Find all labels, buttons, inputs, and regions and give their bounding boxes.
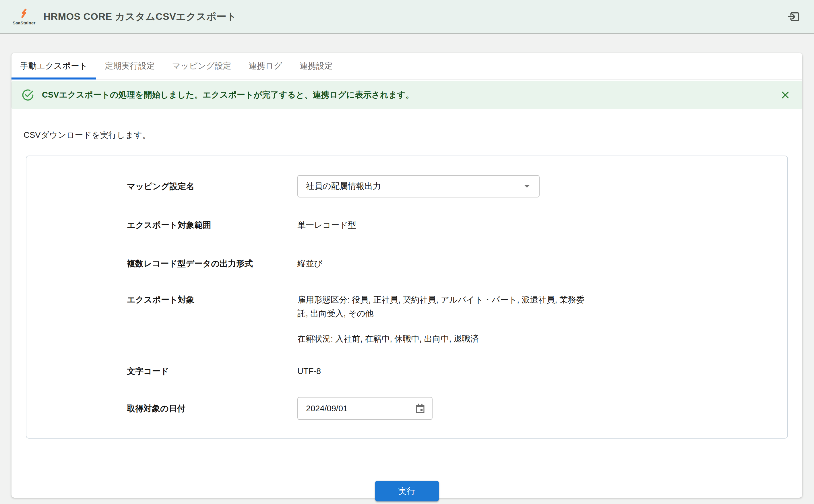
page-title: HRMOS CORE カスタムCSVエクスポート [44,10,237,23]
tab-manual-export[interactable]: 手動エクスポート [11,53,96,79]
logout-icon [787,9,801,24]
form-row-mapping-name: マッピング設定名 社員の配属情報出力 [127,175,764,197]
export-target-enrollment: 在籍状況: 入社前, 在籍中, 休職中, 出向中, 退職済 [297,332,590,346]
content-card: 手動エクスポート 定期実行設定 マッピング設定 連携ログ 連携設定 CSVエクス… [11,53,802,498]
multi-record-format-value: 縦並び [297,257,323,270]
close-icon [780,90,790,100]
form-row-export-target: エクスポート対象 雇用形態区分: 役員, 正社員, 契約社員, アルバイト・パー… [127,293,764,346]
saastainer-bolt-icon [19,8,29,20]
export-target-employment: 雇用形態区分: 役員, 正社員, 契約社員, アルバイト・パート, 派遣社員, … [297,293,590,320]
tab-mapping-settings[interactable]: マッピング設定 [163,53,240,79]
page-description: CSVダウンロードを実行します。 [24,129,802,141]
form-row-target-date: 取得対象の日付 2024/09/01 [127,397,764,420]
target-date-value: 2024/09/01 [306,404,348,413]
tab-scheduled-execution[interactable]: 定期実行設定 [96,53,163,79]
export-target-label: エクスポート対象 [127,293,297,307]
target-date-input[interactable]: 2024/09/01 [297,397,433,420]
logout-button[interactable] [787,9,801,24]
export-scope-label: エクスポート対象範囲 [127,218,297,232]
form-row-charset: 文字コード UTF-8 [127,364,764,378]
form-row-multi-record-format: 複数レコード型データの出力形式 縦並び [127,257,764,270]
tab-label: 定期実行設定 [105,60,155,72]
banner-close-button[interactable] [780,90,790,100]
export-target-value: 雇用形態区分: 役員, 正社員, 契約社員, アルバイト・パート, 派遣社員, … [297,293,590,346]
check-circle-icon [22,89,34,101]
saastainer-logo-text: SaaStainer [13,20,36,25]
charset-value: UTF-8 [297,364,321,378]
multi-record-format-label: 複数レコード型データの出力形式 [127,257,297,270]
charset-label: 文字コード [127,364,297,378]
export-form: マッピング設定名 社員の配属情報出力 エクスポート対象範囲 単一レコード型 複数… [26,156,788,439]
mapping-name-label: マッピング設定名 [127,179,297,193]
chevron-down-icon [524,185,530,188]
tab-label: マッピング設定 [172,60,231,72]
execute-button[interactable]: 実行 [375,481,439,501]
tab-label: 手動エクスポート [20,60,88,72]
tab-label: 連携設定 [299,60,333,72]
tab-bar: 手動エクスポート 定期実行設定 マッピング設定 連携ログ 連携設定 [11,53,802,80]
success-banner: CSVエクスポートの処理を開始しました。エクスポートが完了すると、連携ログに表示… [11,81,802,109]
mapping-name-select[interactable]: 社員の配属情報出力 [297,175,540,197]
app-header: SaaStainer HRMOS CORE カスタムCSVエクスポート [0,0,814,34]
calendar-icon [415,403,426,414]
tab-integration-log[interactable]: 連携ログ [240,53,291,79]
tab-label: 連携ログ [249,60,282,72]
target-date-label: 取得対象の日付 [127,402,297,415]
form-row-export-scope: エクスポート対象範囲 単一レコード型 [127,218,764,232]
mapping-name-selected-value: 社員の配属情報出力 [306,181,381,192]
saastainer-logo: SaaStainer [13,8,36,25]
export-scope-value: 単一レコード型 [297,218,356,232]
tab-integration-settings[interactable]: 連携設定 [291,53,341,79]
banner-message: CSVエクスポートの処理を開始しました。エクスポートが完了すると、連携ログに表示… [42,89,414,101]
form-actions: 実行 [11,481,802,501]
